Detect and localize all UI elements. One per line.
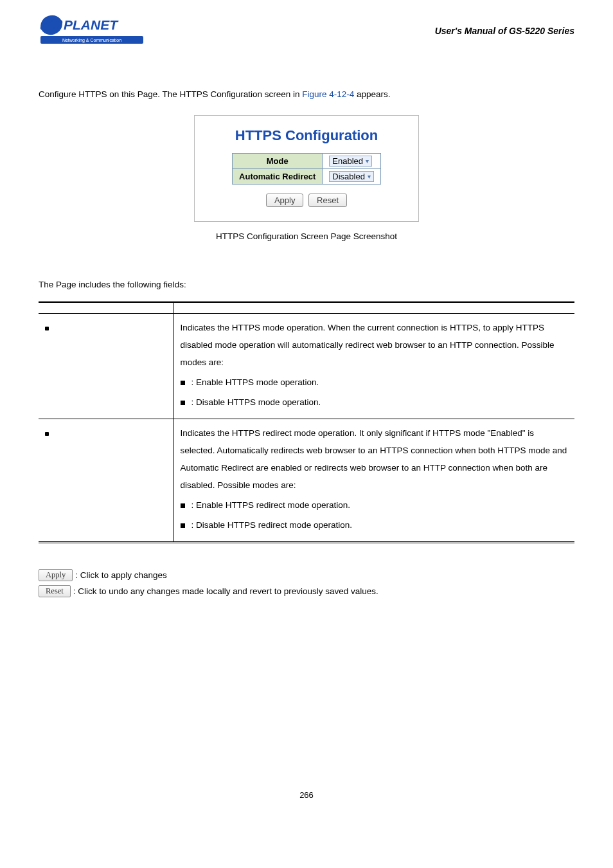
- opt-text: : Disable HTTPS mode operation.: [191, 397, 321, 407]
- list-item: : Disable HTTPS mode operation.: [181, 393, 569, 411]
- config-table: Mode Enabled ▾ Automatic Redirect Disabl…: [232, 153, 381, 185]
- mode-dropdown[interactable]: Enabled ▾: [329, 156, 372, 167]
- intro-pre: Configure HTTPS on this Page. The HTTPS …: [39, 89, 302, 99]
- opt-text: : Disable HTTPS redirect mode operation.: [191, 520, 353, 530]
- intro-post: appears.: [354, 89, 390, 99]
- fields-header-row: [39, 302, 574, 314]
- redirect-dropdown-value: Disabled: [332, 172, 365, 181]
- manual-title: User's Manual of GS-5220 Series: [435, 26, 574, 36]
- apply-button-image: Apply: [39, 569, 73, 581]
- config-label-redirect: Automatic Redirect: [233, 169, 323, 185]
- list-item: : Disable HTTPS redirect mode operation.: [181, 516, 569, 534]
- fields-table: Indicates the HTTPS mode operation. When…: [39, 301, 574, 543]
- row1-options: : Enable HTTPS mode operation. : Disable…: [181, 374, 569, 411]
- config-label-mode: Mode: [233, 154, 323, 169]
- col-description: [173, 302, 574, 314]
- planet-logo: PLANET Networking & Communication: [39, 13, 148, 48]
- config-row-mode: Mode Enabled ▾: [233, 154, 381, 169]
- list-item: : Enable HTTPS mode operation.: [181, 374, 569, 391]
- reset-button-image: Reset: [39, 585, 71, 597]
- figure-ref: Figure 4-12-4: [302, 89, 354, 99]
- config-title: HTTPS Configuration: [209, 127, 404, 144]
- square-bullet-icon: [181, 401, 185, 405]
- row2-desc: Indicates the HTTPS redirect mode operat…: [173, 419, 574, 543]
- reset-desc-line: Reset : Click to undo any changes made l…: [39, 585, 574, 597]
- svg-text:PLANET: PLANET: [64, 17, 119, 32]
- opt-text: : Enable HTTPS redirect mode operation.: [191, 500, 351, 510]
- reset-button[interactable]: Reset: [308, 194, 347, 207]
- row2-options: : Enable HTTPS redirect mode operation. …: [181, 496, 569, 534]
- fields-intro: The Page includes the following fields:: [39, 280, 574, 289]
- apply-desc: : Click to apply changes: [75, 570, 167, 580]
- row1-desc: Indicates the HTTPS mode operation. When…: [173, 314, 574, 419]
- opt-text: : Enable HTTPS mode operation.: [191, 377, 319, 387]
- chevron-down-icon: ▾: [366, 158, 369, 165]
- config-buttons: Apply Reset: [209, 194, 404, 207]
- reset-desc: : Click to undo any changes made locally…: [73, 586, 378, 596]
- chevron-down-icon: ▾: [368, 173, 371, 180]
- table-row: Indicates the HTTPS mode operation. When…: [39, 314, 574, 419]
- svg-text:Networking & Communication: Networking & Communication: [62, 38, 121, 43]
- col-object: [39, 302, 173, 314]
- config-value-redirect: Disabled ▾: [323, 169, 381, 185]
- list-item: : Enable HTTPS redirect mode operation.: [181, 496, 569, 514]
- page-header: PLANET Networking & Communication User's…: [39, 13, 574, 48]
- row2-object: [39, 419, 173, 543]
- row2-desc-text: Indicates the HTTPS redirect mode operat…: [181, 428, 567, 490]
- page-number: 266: [39, 790, 574, 800]
- mode-dropdown-value: Enabled: [332, 156, 363, 166]
- apply-desc-line: Apply : Click to apply changes: [39, 569, 574, 581]
- row1-object: [39, 314, 173, 419]
- bullet-icon: [45, 327, 49, 330]
- square-bullet-icon: [181, 503, 185, 508]
- apply-button[interactable]: Apply: [266, 194, 304, 207]
- redirect-dropdown[interactable]: Disabled ▾: [329, 171, 374, 182]
- config-row-redirect: Automatic Redirect Disabled ▾: [233, 169, 381, 185]
- bullet-icon: [45, 432, 49, 436]
- intro-text: Configure HTTPS on this Page. The HTTPS …: [39, 87, 574, 102]
- square-bullet-icon: [181, 523, 185, 528]
- table-row: Indicates the HTTPS redirect mode operat…: [39, 419, 574, 543]
- screenshot-caption: HTTPS Configuration Screen Page Screensh…: [39, 231, 574, 241]
- row1-desc-text: Indicates the HTTPS mode operation. When…: [181, 323, 555, 367]
- square-bullet-icon: [181, 381, 185, 385]
- https-config-screenshot: HTTPS Configuration Mode Enabled ▾ Autom…: [194, 115, 419, 222]
- config-value-mode: Enabled ▾: [323, 154, 381, 169]
- buttons-section: Apply : Click to apply changes Reset : C…: [39, 569, 574, 597]
